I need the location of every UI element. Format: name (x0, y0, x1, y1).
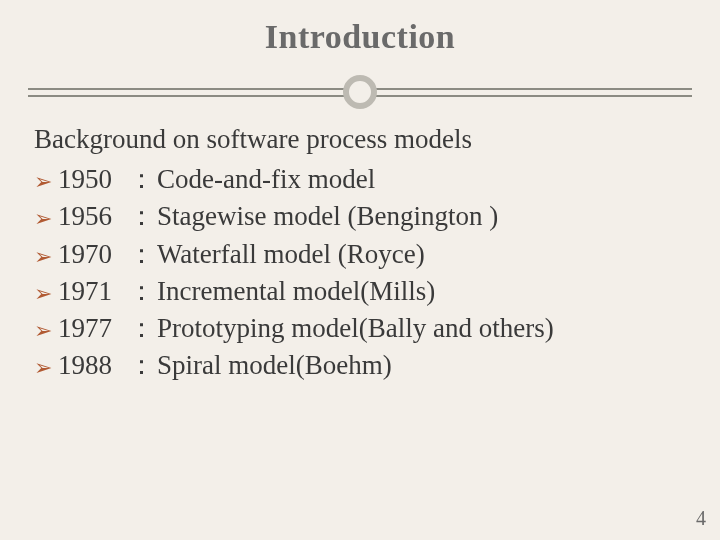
bullet-list: ➢ 1950 ： Code-and-fix model ➢ 1956 ： Sta… (34, 161, 690, 385)
item-year: 1988 (58, 347, 122, 384)
list-item: ➢ 1977 ： Prototyping model(Bally and oth… (34, 310, 690, 347)
list-item: ➢ 1971 ： Incremental model(Mills) (34, 273, 690, 310)
item-separator: ： (122, 198, 157, 235)
item-separator: ： (122, 236, 157, 273)
item-desc: Incremental model(Mills) (157, 273, 435, 310)
item-separator: ： (122, 347, 157, 384)
subheading: Background on software process models (34, 124, 690, 155)
content-area: Background on software process models ➢ … (0, 124, 720, 385)
bullet-arrow-icon: ➢ (34, 316, 58, 346)
bullet-arrow-icon: ➢ (34, 204, 58, 234)
bullet-arrow-icon: ➢ (34, 353, 58, 383)
item-desc: Prototyping model(Bally and others) (157, 310, 554, 347)
item-separator: ： (122, 161, 157, 198)
item-desc: Waterfall model (Royce) (157, 236, 425, 273)
item-separator: ： (122, 273, 157, 310)
item-desc: Code-and-fix model (157, 161, 375, 198)
slide: Introduction Background on software proc… (0, 0, 720, 540)
list-item: ➢ 1970 ： Waterfall model (Royce) (34, 236, 690, 273)
page-number: 4 (696, 507, 706, 530)
list-item: ➢ 1950 ： Code-and-fix model (34, 161, 690, 198)
item-year: 1977 (58, 310, 122, 347)
item-year: 1971 (58, 273, 122, 310)
title-wrap: Introduction (0, 0, 720, 56)
bullet-arrow-icon: ➢ (34, 167, 58, 197)
bullet-arrow-icon: ➢ (34, 242, 58, 272)
item-desc: Spiral model(Boehm) (157, 347, 392, 384)
list-item: ➢ 1988 ： Spiral model(Boehm) (34, 347, 690, 384)
divider-ring-icon (343, 75, 377, 109)
item-desc: Stagewise model (Bengington ) (157, 198, 498, 235)
item-year: 1970 (58, 236, 122, 273)
item-year: 1950 (58, 161, 122, 198)
item-separator: ： (122, 310, 157, 347)
title-divider (0, 74, 720, 114)
bullet-arrow-icon: ➢ (34, 279, 58, 309)
page-title: Introduction (0, 18, 720, 56)
item-year: 1956 (58, 198, 122, 235)
list-item: ➢ 1956 ： Stagewise model (Bengington ) (34, 198, 690, 235)
